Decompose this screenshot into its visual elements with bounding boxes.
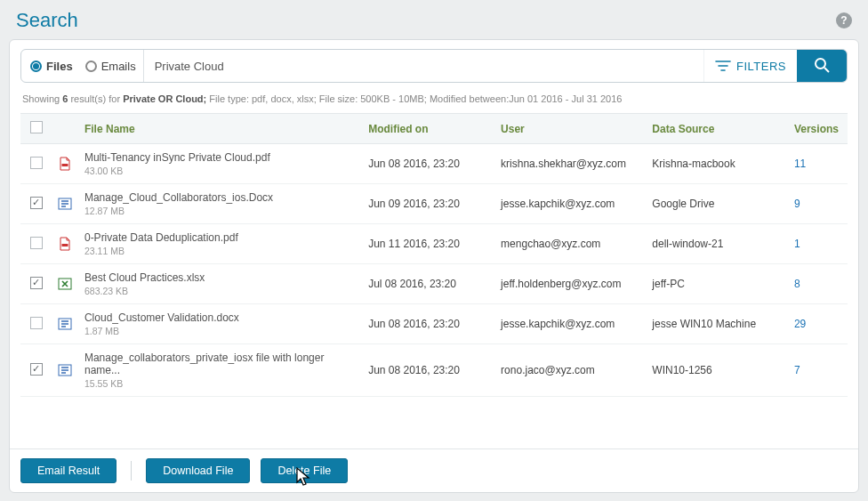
row-checkbox[interactable] bbox=[30, 317, 43, 329]
file-size: 43.00 KB bbox=[84, 166, 358, 176]
modified-cell: Jul 08 2016, 23:20 bbox=[363, 264, 495, 304]
file-name: Manage_collaborators_private_iosx file w… bbox=[84, 352, 358, 376]
file-name: Cloud_Customer Validation.docx bbox=[84, 311, 358, 324]
user-cell: jesse.kapchik@xyz.com bbox=[495, 184, 647, 224]
radio-files-icon bbox=[30, 61, 42, 72]
search-input[interactable] bbox=[144, 50, 703, 82]
modified-cell: Jun 08 2016, 23:20 bbox=[363, 304, 495, 344]
results-table: File Name Modified on User Data Source V… bbox=[20, 113, 848, 397]
file-name: 0-Private Data Deduplication.pdf bbox=[84, 231, 358, 244]
tab-files[interactable]: Files bbox=[30, 60, 73, 73]
versions-cell[interactable]: 29 bbox=[789, 304, 848, 344]
column-filename[interactable]: File Name bbox=[79, 114, 363, 144]
user-cell: rono.jaco@xyz.com bbox=[495, 344, 647, 397]
modified-cell: Jun 08 2016, 23:20 bbox=[363, 144, 495, 184]
svg-rect-7 bbox=[62, 244, 68, 246]
row-checkbox[interactable] bbox=[30, 363, 43, 376]
file-size: 23.11 MB bbox=[84, 246, 358, 256]
search-card: Files Emails FILTERS Showin bbox=[9, 39, 859, 493]
docx-icon bbox=[58, 363, 72, 376]
file-size: 1.87 MB bbox=[84, 326, 358, 336]
select-all-checkbox[interactable] bbox=[30, 121, 43, 133]
table-row[interactable]: 0-Private Data Deduplication.pdf23.11 MB… bbox=[20, 224, 848, 264]
file-size: 12.87 MB bbox=[84, 206, 358, 216]
modified-cell: Jun 09 2016, 23:20 bbox=[363, 184, 495, 224]
svg-rect-5 bbox=[62, 164, 68, 166]
datasource-cell: WIN10-1256 bbox=[647, 344, 789, 397]
action-footer: Email Result Download File Delete File bbox=[10, 448, 858, 492]
help-icon[interactable]: ? bbox=[836, 12, 852, 28]
row-checkbox[interactable] bbox=[30, 197, 43, 209]
tab-emails[interactable]: Emails bbox=[85, 60, 136, 73]
column-versions[interactable]: Versions bbox=[789, 114, 848, 144]
xlsx-icon bbox=[58, 277, 72, 289]
footer-divider bbox=[131, 461, 132, 481]
file-size: 683.23 KB bbox=[84, 286, 358, 296]
datasource-cell: Krishna-macbook bbox=[647, 144, 789, 184]
results-summary: Showing 6 result(s) for Private OR Cloud… bbox=[10, 92, 858, 113]
table-row[interactable]: Cloud_Customer Validation.docx1.87 MBJun… bbox=[20, 304, 848, 344]
pdf-icon bbox=[58, 157, 72, 169]
search-icon bbox=[813, 56, 831, 77]
datasource-cell: Google Drive bbox=[647, 184, 789, 224]
versions-cell[interactable]: 7 bbox=[789, 344, 848, 397]
table-row[interactable]: Manage_Cloud_Collaborators_ios.Docx12.87… bbox=[20, 184, 848, 224]
row-checkbox[interactable] bbox=[30, 157, 43, 169]
file-size: 15.55 KB bbox=[84, 378, 358, 389]
row-checkbox[interactable] bbox=[30, 277, 43, 289]
user-cell: jesse.kapchik@xyz.com bbox=[495, 304, 647, 344]
filter-icon bbox=[715, 60, 731, 72]
filters-label: FILTERS bbox=[736, 60, 786, 73]
table-row[interactable]: Best Cloud Practices.xlsx683.23 KBJul 08… bbox=[20, 264, 848, 304]
search-type-tabs: Files Emails bbox=[21, 50, 144, 82]
docx-icon bbox=[58, 317, 72, 329]
versions-cell[interactable]: 1 bbox=[789, 224, 848, 264]
versions-cell[interactable]: 9 bbox=[789, 184, 848, 224]
table-header: File Name Modified on User Data Source V… bbox=[20, 114, 848, 144]
page-title: Search bbox=[16, 9, 78, 32]
tab-emails-label: Emails bbox=[101, 60, 136, 73]
search-bar: Files Emails FILTERS bbox=[20, 49, 848, 83]
delete-file-button[interactable]: Delete File bbox=[261, 458, 348, 483]
svg-line-4 bbox=[824, 68, 829, 72]
filters-button[interactable]: FILTERS bbox=[703, 50, 797, 82]
search-button[interactable] bbox=[797, 50, 847, 82]
datasource-cell: jesse WIN10 Machine bbox=[647, 304, 789, 344]
docx-icon bbox=[58, 197, 72, 209]
versions-cell[interactable]: 8 bbox=[789, 264, 848, 304]
datasource-cell: dell-window-21 bbox=[647, 224, 789, 264]
table-row[interactable]: Multi-Tenancy inSync Private Cloud.pdf43… bbox=[20, 144, 848, 184]
table-row[interactable]: Manage_collaborators_private_iosx file w… bbox=[20, 344, 848, 397]
file-name: Multi-Tenancy inSync Private Cloud.pdf bbox=[84, 151, 358, 164]
column-modified[interactable]: Modified on bbox=[363, 114, 495, 144]
svg-point-3 bbox=[816, 59, 825, 69]
column-user[interactable]: User bbox=[495, 114, 647, 144]
user-cell: krishna.shekhar@xyz.com bbox=[495, 144, 647, 184]
file-name: Manage_Cloud_Collaborators_ios.Docx bbox=[84, 191, 358, 204]
versions-cell[interactable]: 11 bbox=[789, 144, 848, 184]
email-result-button[interactable]: Email Result bbox=[20, 458, 117, 483]
tab-files-label: Files bbox=[46, 60, 73, 73]
user-cell: jeff.holdenberg@xyz.com bbox=[495, 264, 647, 304]
datasource-cell: jeff-PC bbox=[647, 264, 789, 304]
modified-cell: Jun 08 2016, 23:20 bbox=[363, 344, 495, 397]
modified-cell: Jun 11 2016, 23:20 bbox=[363, 224, 495, 264]
user-cell: mengchao@xyz.com bbox=[495, 224, 647, 264]
row-checkbox[interactable] bbox=[30, 237, 43, 249]
radio-emails-icon bbox=[85, 61, 97, 72]
column-datasource[interactable]: Data Source bbox=[647, 114, 789, 144]
file-name: Best Cloud Practices.xlsx bbox=[84, 271, 358, 284]
pdf-icon bbox=[58, 237, 72, 249]
download-file-button[interactable]: Download File bbox=[146, 458, 250, 483]
